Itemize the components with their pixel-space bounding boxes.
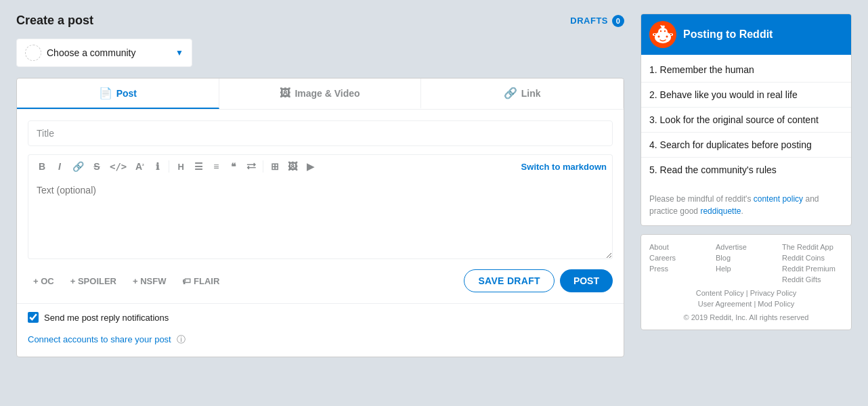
footer-links-card: About Advertise The Reddit App Careers B… [641,234,852,330]
footer-content-policy[interactable]: Content Policy [696,289,744,297]
posting-sidebar-title: Posting to Reddit [683,28,773,41]
italic-button[interactable]: I [51,159,68,174]
code-button[interactable]: </> [106,159,130,174]
post-card: 📄 Post 🖼 Image & Video 🔗 Link B [16,78,624,357]
link-tab-icon: 🔗 [504,87,517,99]
reddiquette-link[interactable]: reddiquette [700,206,741,216]
drafts-label: DRAFTS [570,16,608,26]
oc-button[interactable]: + OC [28,273,60,289]
footer-link-careers[interactable]: Careers [649,254,710,262]
footer-link-empty [649,275,710,284]
numbered-list-button[interactable]: ≡ [208,159,224,174]
bold-button[interactable]: B [34,159,50,174]
community-selector[interactable]: Choose a community ▼ [16,39,192,67]
footer-link-about[interactable]: About [649,243,710,251]
tab-link-label: Link [521,88,541,99]
reddit-mascot-icon [649,21,676,48]
nsfw-button[interactable]: + NSFW [127,273,171,289]
tab-image-label: Image & Video [295,88,360,99]
svg-point-7 [660,30,661,32]
svg-point-8 [664,30,666,32]
notification-checkbox[interactable] [28,312,39,323]
footer-bottom-links: Content Policy | Privacy Policy [649,289,843,297]
rule-item-5: 5. Read the community's rules [641,158,851,182]
tab-post-label: Post [116,88,137,99]
svg-point-15 [664,24,667,26]
policy-pre-text: Please be mindful of reddit's [649,194,754,204]
video-button[interactable]: ▶ [302,159,318,174]
connect-accounts-link[interactable]: Connect accounts to share your post [28,334,171,344]
drafts-button[interactable]: DRAFTS 0 [570,15,624,27]
tab-image-video[interactable]: 🖼 Image & Video [219,78,422,109]
svg-point-5 [666,36,668,38]
notification-label: Send me post reply notifications [44,313,169,323]
footer-link-press[interactable]: Press [649,265,710,273]
footer-bottom-links-2: User Agreement | Mod Policy [649,300,843,308]
rule-item-4: 4. Search for duplicates before posting [641,133,851,158]
footer-link-premium[interactable]: Reddit Premium [782,265,843,273]
quote-button[interactable]: ❝ [225,159,242,174]
rule-5-text: 5. Read the community's rules [649,164,777,175]
flair-button[interactable]: 🏷 FLAIR [177,273,225,289]
rule-3-text: 3. Look for the original source of conte… [649,114,819,125]
spoiler-tag-button[interactable]: + SPOILER [65,273,122,289]
content-policy-link[interactable]: content policy [754,194,803,204]
footer-privacy-policy[interactable]: Privacy Policy [750,289,796,297]
community-avatar [25,45,41,61]
posting-header: Posting to Reddit [641,14,851,55]
connect-info-icon: ⓘ [177,334,186,344]
post-button[interactable]: POST [560,269,613,292]
title-input[interactable] [28,120,613,146]
connect-link-row: Connect accounts to share your post ⓘ [17,331,624,357]
right-sidebar: Posting to Reddit 1. Remember the human … [641,14,852,357]
image-tab-icon: 🖼 [280,87,290,99]
body-textarea[interactable] [28,178,613,259]
rule-2-text: 2. Behave like you would in real life [649,89,798,100]
footer-copyright: © 2019 Reddit, Inc. All rights reserved [649,313,843,321]
footer-link-gifts[interactable]: Reddit Gifts [782,275,843,284]
link-button[interactable]: 🔗 [69,159,87,174]
footer-user-agreement[interactable]: User Agreement [698,300,752,308]
strikethrough-button[interactable]: S [89,159,105,174]
footer-link-coins[interactable]: Reddit Coins [782,254,843,262]
rule-item-2: 2. Behave like you would in real life [641,83,851,108]
heading-button[interactable]: H [173,160,189,174]
tab-post[interactable]: 📄 Post [17,78,219,109]
footer-link-help[interactable]: Help [716,265,777,273]
footer-links-grid: About Advertise The Reddit App Careers B… [649,243,843,284]
drafts-count: 0 [612,15,624,27]
svg-point-4 [658,36,660,38]
toolbar-separator-2 [263,160,263,173]
editor-toolbar: B I 🔗 S </> A² ℹ H ☰ ≡ ❝ ⮂ ⊞ 🖼 ▶ [28,154,613,178]
toolbar-separator-1 [169,160,169,173]
save-draft-button[interactable]: SAVE DRAFT [464,269,554,292]
footer-link-advertise[interactable]: Advertise [716,243,777,251]
svg-point-12 [670,34,672,35]
switch-markdown-button[interactable]: Switch to markdown [521,162,607,172]
svg-point-11 [654,34,655,35]
superscript-button[interactable]: A² [131,159,148,174]
rule-4-text: 4. Search for duplicates before posting [649,139,812,150]
post-form: B I 🔗 S </> A² ℹ H ☰ ≡ ❝ ⮂ ⊞ 🖼 ▶ [17,110,624,303]
table-button[interactable]: ⊞ [267,159,283,174]
info-button[interactable]: ℹ [149,159,165,174]
post-actions: + OC + SPOILER + NSFW 🏷 FLAIR SAVE DRAFT… [28,269,613,292]
content-policy-section: Please be mindful of reddit's content po… [641,185,851,225]
image-button[interactable]: 🖼 [284,159,301,174]
post-tags: + OC + SPOILER + NSFW 🏷 FLAIR [28,273,225,289]
post-buttons: SAVE DRAFT POST [464,269,613,292]
post-tab-icon: 📄 [99,87,112,99]
footer-mod-policy[interactable]: Mod Policy [758,300,794,308]
footer-link-blog[interactable]: Blog [716,254,777,262]
tabs-container: 📄 Post 🖼 Image & Video 🔗 Link [17,78,624,110]
posting-rules: 1. Remember the human 2. Behave like you… [641,55,851,185]
bullet-list-button[interactable]: ☰ [190,159,207,174]
spoiler-button[interactable]: ⮂ [243,159,259,174]
tab-link[interactable]: 🔗 Link [421,78,624,109]
footer-link-empty2 [716,275,777,284]
rule-1-text: 1. Remember the human [649,64,754,75]
policy-end-text: . [741,206,743,216]
rule-item-3: 3. Look for the original source of conte… [641,108,851,133]
footer-link-reddit-app[interactable]: The Reddit App [782,243,843,251]
svg-rect-13 [661,28,664,31]
